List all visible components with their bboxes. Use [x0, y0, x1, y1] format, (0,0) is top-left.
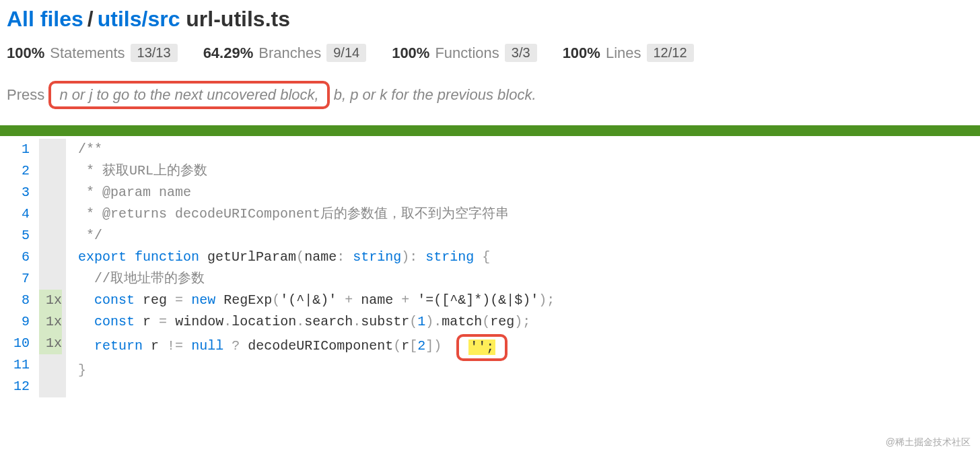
- stat-pct: 100%: [563, 44, 600, 62]
- line-number[interactable]: 1: [13, 139, 30, 160]
- breadcrumb: All files/utils/src url-utils.ts: [7, 7, 973, 32]
- stat-label: Branches: [258, 44, 321, 62]
- breadcrumb-path-link[interactable]: utils/src: [98, 7, 180, 31]
- exec-count: 1x: [39, 290, 62, 311]
- exec-counts: 1x1x1x: [39, 139, 66, 397]
- line-number[interactable]: 3: [13, 182, 30, 203]
- stat-branches: 64.29% Branches 9/14: [203, 44, 367, 62]
- stat-frac: 9/14: [326, 44, 366, 62]
- code-area: 123456789101112 1x1x1x /** * 获取URL上的参数 *…: [0, 136, 980, 397]
- exec-count: [39, 268, 62, 290]
- help-highlight-box: n or j to go to the next uncovered block…: [48, 81, 329, 109]
- exec-count: [39, 225, 62, 247]
- code-content[interactable]: /** * 获取URL上的参数 * @param name * @returns…: [66, 139, 555, 397]
- exec-count: [39, 376, 62, 397]
- stat-lines: 100% Lines 12/12: [563, 44, 694, 62]
- line-number[interactable]: 8: [13, 290, 30, 311]
- help-suffix: b, p or k for the previous block.: [334, 86, 536, 104]
- help-prefix: Press: [7, 86, 44, 104]
- exec-count: 1x: [39, 333, 62, 354]
- stat-pct: 100%: [392, 44, 429, 62]
- stat-label: Lines: [606, 44, 641, 62]
- exec-count: [39, 247, 62, 268]
- help-text: Press n or j to go to the next uncovered…: [7, 81, 973, 109]
- exec-count: [39, 139, 62, 160]
- uncovered-branch: '';: [468, 339, 495, 355]
- uncovered-highlight-box: '';: [456, 334, 508, 361]
- stat-frac: 13/13: [131, 44, 178, 62]
- exec-count: [39, 160, 62, 182]
- line-number[interactable]: 7: [13, 268, 30, 290]
- exec-count: [39, 203, 62, 225]
- stat-frac: 12/12: [647, 44, 694, 62]
- stat-functions: 100% Functions 3/3: [392, 44, 536, 62]
- stat-pct: 64.29%: [203, 44, 254, 62]
- breadcrumb-current: url-utils.ts: [186, 7, 290, 31]
- stat-statements: 100% Statements 13/13: [7, 44, 178, 62]
- stat-label: Functions: [435, 44, 499, 62]
- line-numbers: 123456789101112: [0, 139, 39, 397]
- exec-count: [39, 354, 62, 376]
- line-number[interactable]: 12: [13, 376, 30, 397]
- breadcrumb-sep: /: [88, 7, 94, 31]
- exec-count: 1x: [39, 311, 62, 333]
- line-number[interactable]: 6: [13, 247, 30, 268]
- coverage-stats: 100% Statements 13/13 64.29% Branches 9/…: [7, 44, 973, 62]
- coverage-bar: [0, 125, 980, 136]
- stat-label: Statements: [50, 44, 125, 62]
- stat-frac: 3/3: [505, 44, 537, 62]
- line-number[interactable]: 9: [13, 311, 30, 333]
- breadcrumb-root-link[interactable]: All files: [7, 7, 83, 31]
- exec-count: [39, 182, 62, 203]
- line-number[interactable]: 11: [13, 354, 30, 376]
- line-number[interactable]: 4: [13, 203, 30, 225]
- line-number[interactable]: 10: [13, 333, 30, 354]
- line-number[interactable]: 2: [13, 160, 30, 182]
- stat-pct: 100%: [7, 44, 44, 62]
- line-number[interactable]: 5: [13, 225, 30, 247]
